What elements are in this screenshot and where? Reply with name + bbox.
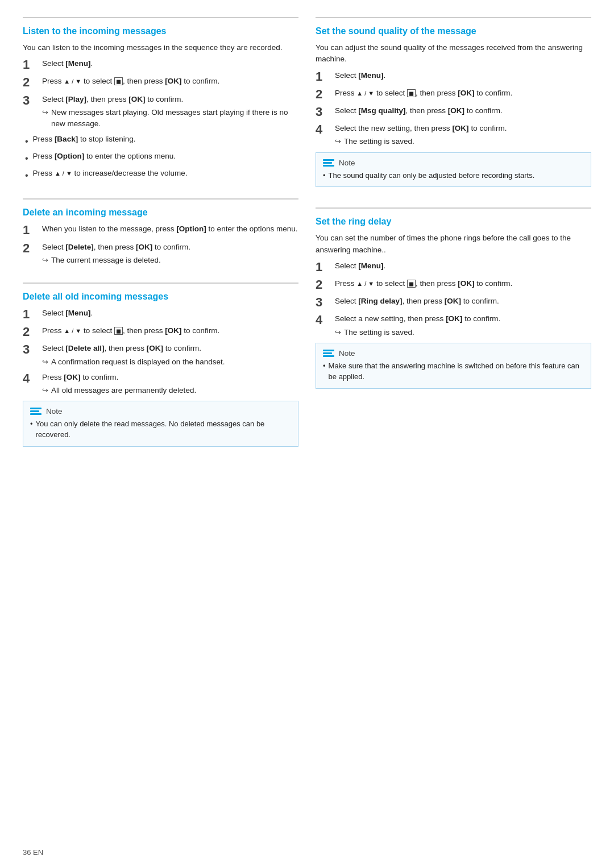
step-content-3: Select [Play], then press [OK] to confir… [42, 94, 298, 130]
del-all-step-3: 3 Select [Delete all], then press [OK] t… [23, 343, 298, 368]
sq-step-num-3: 3 [316, 105, 331, 119]
bullet-2: • Press [Option] to enter the options me… [25, 151, 298, 165]
note-sq-item: • The sound quality can only be adjusted… [323, 171, 584, 181]
del1-step-sub-2: ↪ The current message is deleted. [42, 255, 298, 266]
rd-step-4: 4 Select a new setting, then press [OK] … [316, 313, 591, 338]
arrow-icon: ↪ [42, 107, 48, 118]
del-all-sub-text-3: A confirmation request is displayed on t… [51, 356, 225, 368]
del1-step-num-1: 1 [23, 223, 39, 237]
section-delete-all-title: Delete all old incoming messages [23, 292, 298, 302]
sq-step-text-1: Select [Menu]. [335, 71, 385, 80]
section-delete-one: Delete an incoming message 1 When you li… [23, 198, 298, 270]
rd-step-content-4: Select a new setting, then press [OK] to… [335, 313, 591, 338]
step-3: 3 Select [Play], then press [OK] to conf… [23, 94, 298, 130]
rd-step-num-3: 3 [316, 296, 331, 309]
del-all-step-content-2: Press ▲ / ▼ to select ◼, then press [OK]… [42, 325, 298, 337]
section-listen-steps: 1 Select [Menu]. 2 Press ▲ / ▼ to select… [23, 58, 298, 130]
sq-step-3: 3 Select [Msg quality], then press [OK] … [316, 105, 591, 119]
note-ring-delay: Note • Make sure that the answering mach… [316, 343, 591, 389]
del1-step-text-1: When you listen to the message, press [O… [42, 225, 297, 233]
del-all-step-num-4: 4 [23, 372, 39, 385]
del1-step-text-2: Select [Delete], then press [OK] to conf… [42, 243, 190, 251]
bullet-dot-3: • [25, 169, 28, 182]
del-all-step-text-2: Press ▲ / ▼ to select ◼, then press [OK]… [42, 326, 219, 335]
del-all-step-content-4: Press [OK] to confirm. ↪ All old message… [42, 372, 298, 397]
rd-step-num-4: 4 [316, 313, 331, 327]
note-rd-label: Note [339, 349, 355, 358]
section-ring-delay-steps: 1 Select [Menu]. 2 Press ▲ / ▼ to select… [316, 260, 591, 338]
note-delete-all-item: • You can only delete the read messages.… [30, 419, 291, 441]
section-sound-quality-title: Set the sound quality of the message [316, 26, 591, 36]
bullet-3: • Press ▲ / ▼ to increase/decrease the v… [25, 168, 298, 182]
bullet-dot-2: • [25, 152, 28, 165]
note-sq-header: Note [323, 159, 584, 167]
section-sound-quality-intro: You can adjust the sound quality of the … [316, 42, 591, 65]
bullet-text-3: Press ▲ / ▼ to increase/decrease the vol… [33, 168, 188, 179]
note-sq-text: The sound quality can only be adjusted b… [329, 171, 535, 181]
del1-step-content-1: When you listen to the message, press [O… [42, 223, 298, 235]
sq-step-2: 2 Press ▲ / ▼ to select ◼, then press [O… [316, 88, 591, 101]
rd-step-text-1: Select [Menu]. [335, 261, 385, 270]
section-ring-delay-intro: You can set the number of times the phon… [316, 232, 591, 256]
step-text-2: Press ▲ / ▼ to select ◼, then press [OK]… [42, 77, 219, 85]
step-1: 1 Select [Menu]. [23, 58, 298, 72]
del-all-step-sub-3: ↪ A confirmation request is displayed on… [42, 356, 298, 368]
arrow-icon-del1: ↪ [42, 255, 48, 266]
sq-step-4: 4 Select the new setting, then press [OK… [316, 123, 591, 148]
rd-step-text-4: Select a new setting, then press [OK] to… [335, 314, 500, 323]
sq-step-text-4: Select the new setting, then press [OK] … [335, 124, 507, 132]
note-label: Note [46, 407, 63, 416]
sq-step-num-4: 4 [316, 123, 331, 136]
step-num-1: 1 [23, 58, 39, 72]
del-all-step-num-3: 3 [23, 343, 39, 356]
del-all-step-content-1: Select [Menu]. [42, 308, 298, 319]
del1-step-num-2: 2 [23, 242, 39, 255]
del1-step-content-2: Select [Delete], then press [OK] to conf… [42, 242, 298, 267]
section-sound-quality-steps: 1 Select [Menu]. 2 Press ▲ / ▼ to select… [316, 70, 591, 148]
arrow-del-all-4: ↪ [42, 385, 48, 396]
sq-step-content-2: Press ▲ / ▼ to select ◼, then press [OK]… [335, 88, 591, 99]
arrow-sq-4: ↪ [335, 136, 341, 147]
note-delete-all-header: Note [30, 407, 291, 416]
del1-step-1: 1 When you listen to the message, press … [23, 223, 298, 237]
note-rd-text: Make sure that the answering machine is … [329, 361, 584, 383]
step-sub-text-3: New messages start playing. Old messages… [51, 107, 298, 130]
step-sub-3: ↪ New messages start playing. Old messag… [42, 107, 298, 130]
section-delete-all-steps: 1 Select [Menu]. 2 Press ▲ / ▼ to select… [23, 308, 298, 396]
right-column: Set the sound quality of the message You… [316, 17, 591, 467]
sq-step-content-4: Select the new setting, then press [OK] … [335, 123, 591, 148]
sq-step-num-2: 2 [316, 88, 331, 101]
del-all-step-sub-4: ↪ All old messages are permanently delet… [42, 385, 298, 396]
main-page: Listen to the incoming messages You can … [23, 17, 591, 467]
bullet-text-2: Press [Option] to enter the options menu… [33, 151, 176, 162]
section-listen: Listen to the incoming messages You can … [23, 17, 298, 186]
del-all-step-1: 1 Select [Menu]. [23, 308, 298, 321]
rd-sub-text-4: The setting is saved. [344, 327, 414, 338]
del-all-step-text-4: Press [OK] to confirm. [42, 373, 118, 381]
rd-step-1: 1 Select [Menu]. [316, 260, 591, 274]
rd-step-content-1: Select [Menu]. [335, 260, 591, 272]
rd-step-num-2: 2 [316, 278, 331, 292]
rd-step-content-2: Press ▲ / ▼ to select ◼, then press [OK]… [335, 278, 591, 289]
del-all-step-text-3: Select [Delete all], then press [OK] to … [42, 344, 201, 352]
sq-sub-text-4: The setting is saved. [344, 136, 414, 147]
section-ring-delay-title: Set the ring delay [316, 217, 591, 227]
sq-step-content-3: Select [Msg quality], then press [OK] to… [335, 105, 591, 117]
note-rd-header: Note [323, 349, 584, 358]
sq-step-sub-4: ↪ The setting is saved. [335, 136, 591, 147]
step-num-3: 3 [23, 94, 39, 107]
sq-step-num-1: 1 [316, 70, 331, 84]
section-delete-one-steps: 1 When you listen to the message, press … [23, 223, 298, 266]
note-delete-all-text: You can only delete the read messages. N… [36, 419, 291, 441]
section-listen-intro: You can listen to the incoming messages … [23, 42, 298, 53]
del1-step-2: 2 Select [Delete], then press [OK] to co… [23, 242, 298, 267]
note-rd-item: • Make sure that the answering machine i… [323, 361, 584, 383]
section-sound-quality: Set the sound quality of the message You… [316, 17, 591, 195]
page-footer: 36 EN [23, 848, 43, 857]
rd-step-text-2: Press ▲ / ▼ to select ◼, then press [OK]… [335, 279, 512, 288]
rd-step-sub-4: ↪ The setting is saved. [335, 327, 591, 338]
step-2: 2 Press ▲ / ▼ to select ◼, then press [O… [23, 76, 298, 89]
rd-step-content-3: Select [Ring delay], then press [OK] to … [335, 296, 591, 307]
section-delete-all: Delete all old incoming messages 1 Selec… [23, 283, 298, 455]
step-content-2: Press ▲ / ▼ to select ◼, then press [OK]… [42, 76, 298, 87]
